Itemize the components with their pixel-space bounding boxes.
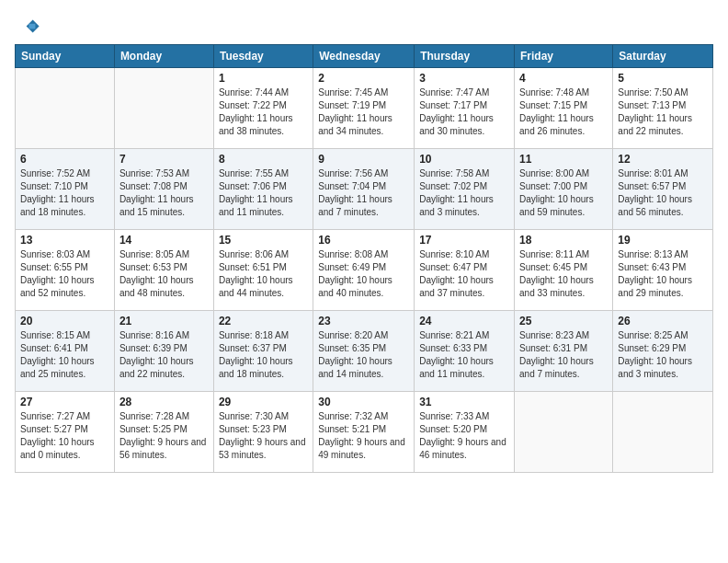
day-info: Sunrise: 8:16 AMSunset: 6:39 PMDaylight:… <box>119 329 209 381</box>
day-info: Sunrise: 7:32 AMSunset: 5:21 PMDaylight:… <box>318 410 409 462</box>
day-number: 14 <box>119 234 209 247</box>
logo-icon <box>15 15 40 40</box>
calendar-cell: 23Sunrise: 8:20 AMSunset: 6:35 PMDayligh… <box>313 311 415 392</box>
day-info: Sunrise: 8:11 AMSunset: 6:45 PMDaylight:… <box>519 248 608 300</box>
calendar-cell <box>613 392 713 473</box>
calendar-cell: 22Sunrise: 8:18 AMSunset: 6:37 PMDayligh… <box>213 311 313 392</box>
calendar-cell <box>16 68 115 149</box>
day-info: Sunrise: 8:15 AMSunset: 6:41 PMDaylight:… <box>20 329 109 381</box>
calendar-cell: 29Sunrise: 7:30 AMSunset: 5:23 PMDayligh… <box>213 392 313 473</box>
day-number: 26 <box>618 315 708 327</box>
day-number: 19 <box>618 234 708 247</box>
day-info: Sunrise: 7:47 AMSunset: 7:17 PMDaylight:… <box>419 86 509 138</box>
day-info: Sunrise: 8:10 AMSunset: 6:47 PMDaylight:… <box>419 248 509 300</box>
logo <box>15 15 44 40</box>
day-info: Sunrise: 7:30 AMSunset: 5:23 PMDaylight:… <box>219 410 308 462</box>
calendar-cell: 8Sunrise: 7:55 AMSunset: 7:06 PMDaylight… <box>213 149 313 230</box>
day-info: Sunrise: 7:27 AMSunset: 5:27 PMDaylight:… <box>20 410 109 462</box>
calendar-cell: 11Sunrise: 8:00 AMSunset: 7:00 PMDayligh… <box>515 149 613 230</box>
day-number: 21 <box>119 315 209 327</box>
day-number: 24 <box>419 315 509 327</box>
day-info: Sunrise: 8:20 AMSunset: 6:35 PMDaylight:… <box>318 329 409 381</box>
day-number: 20 <box>20 315 109 327</box>
calendar-week-row: 27Sunrise: 7:27 AMSunset: 5:27 PMDayligh… <box>16 392 713 473</box>
calendar-cell: 3Sunrise: 7:47 AMSunset: 7:17 PMDaylight… <box>415 68 515 149</box>
day-info: Sunrise: 8:01 AMSunset: 6:57 PMDaylight:… <box>618 167 708 219</box>
day-info: Sunrise: 8:23 AMSunset: 6:31 PMDaylight:… <box>519 329 608 381</box>
day-number: 3 <box>419 72 509 85</box>
day-number: 16 <box>318 234 409 247</box>
day-number: 22 <box>219 315 308 327</box>
day-info: Sunrise: 7:53 AMSunset: 7:08 PMDaylight:… <box>119 167 209 219</box>
page-container: SundayMondayTuesdayWednesdayThursdayFrid… <box>0 0 728 480</box>
calendar-cell: 18Sunrise: 8:11 AMSunset: 6:45 PMDayligh… <box>515 230 613 311</box>
day-number: 31 <box>419 396 509 408</box>
day-number: 28 <box>119 396 209 408</box>
col-header-monday: Monday <box>114 45 213 68</box>
day-number: 15 <box>219 234 308 247</box>
calendar-week-row: 1Sunrise: 7:44 AMSunset: 7:22 PMDaylight… <box>16 68 713 149</box>
day-info: Sunrise: 7:55 AMSunset: 7:06 PMDaylight:… <box>219 167 308 219</box>
calendar-cell: 1Sunrise: 7:44 AMSunset: 7:22 PMDaylight… <box>213 68 313 149</box>
calendar-cell: 28Sunrise: 7:28 AMSunset: 5:25 PMDayligh… <box>114 392 213 473</box>
calendar-header-row: SundayMondayTuesdayWednesdayThursdayFrid… <box>16 45 713 68</box>
day-info: Sunrise: 7:56 AMSunset: 7:04 PMDaylight:… <box>318 167 409 219</box>
day-info: Sunrise: 8:21 AMSunset: 6:33 PMDaylight:… <box>419 329 509 381</box>
col-header-tuesday: Tuesday <box>213 45 313 68</box>
day-number: 6 <box>20 153 109 166</box>
col-header-friday: Friday <box>515 45 613 68</box>
day-info: Sunrise: 8:25 AMSunset: 6:29 PMDaylight:… <box>618 329 708 381</box>
calendar-cell: 27Sunrise: 7:27 AMSunset: 5:27 PMDayligh… <box>16 392 115 473</box>
calendar-cell: 25Sunrise: 8:23 AMSunset: 6:31 PMDayligh… <box>515 311 613 392</box>
day-info: Sunrise: 8:18 AMSunset: 6:37 PMDaylight:… <box>219 329 308 381</box>
day-info: Sunrise: 8:03 AMSunset: 6:55 PMDaylight:… <box>20 248 109 300</box>
day-number: 23 <box>318 315 409 327</box>
calendar-cell <box>515 392 613 473</box>
day-info: Sunrise: 8:00 AMSunset: 7:00 PMDaylight:… <box>519 167 608 219</box>
day-info: Sunrise: 8:05 AMSunset: 6:53 PMDaylight:… <box>119 248 209 300</box>
calendar-cell: 26Sunrise: 8:25 AMSunset: 6:29 PMDayligh… <box>613 311 713 392</box>
day-number: 17 <box>419 234 509 247</box>
day-info: Sunrise: 7:50 AMSunset: 7:13 PMDaylight:… <box>618 86 708 138</box>
day-number: 2 <box>318 72 409 85</box>
day-number: 12 <box>618 153 708 166</box>
calendar-cell: 9Sunrise: 7:56 AMSunset: 7:04 PMDaylight… <box>313 149 415 230</box>
col-header-wednesday: Wednesday <box>313 45 415 68</box>
day-number: 5 <box>618 72 708 85</box>
day-number: 25 <box>519 315 608 327</box>
calendar-week-row: 13Sunrise: 8:03 AMSunset: 6:55 PMDayligh… <box>16 230 713 311</box>
calendar-week-row: 6Sunrise: 7:52 AMSunset: 7:10 PMDaylight… <box>16 149 713 230</box>
calendar-cell: 13Sunrise: 8:03 AMSunset: 6:55 PMDayligh… <box>16 230 115 311</box>
calendar-cell: 21Sunrise: 8:16 AMSunset: 6:39 PMDayligh… <box>114 311 213 392</box>
day-info: Sunrise: 7:58 AMSunset: 7:02 PMDaylight:… <box>419 167 509 219</box>
calendar-cell: 16Sunrise: 8:08 AMSunset: 6:49 PMDayligh… <box>313 230 415 311</box>
calendar-cell: 5Sunrise: 7:50 AMSunset: 7:13 PMDaylight… <box>613 68 713 149</box>
calendar-cell: 4Sunrise: 7:48 AMSunset: 7:15 PMDaylight… <box>515 68 613 149</box>
calendar-cell: 30Sunrise: 7:32 AMSunset: 5:21 PMDayligh… <box>313 392 415 473</box>
calendar-cell: 2Sunrise: 7:45 AMSunset: 7:19 PMDaylight… <box>313 68 415 149</box>
calendar-cell: 19Sunrise: 8:13 AMSunset: 6:43 PMDayligh… <box>613 230 713 311</box>
calendar-cell <box>114 68 213 149</box>
day-number: 30 <box>318 396 409 408</box>
day-number: 4 <box>519 72 608 85</box>
day-number: 11 <box>519 153 608 166</box>
day-number: 9 <box>318 153 409 166</box>
calendar-cell: 31Sunrise: 7:33 AMSunset: 5:20 PMDayligh… <box>415 392 515 473</box>
day-info: Sunrise: 7:52 AMSunset: 7:10 PMDaylight:… <box>20 167 109 219</box>
day-info: Sunrise: 7:33 AMSunset: 5:20 PMDaylight:… <box>419 410 509 462</box>
col-header-thursday: Thursday <box>415 45 515 68</box>
day-number: 18 <box>519 234 608 247</box>
calendar-cell: 15Sunrise: 8:06 AMSunset: 6:51 PMDayligh… <box>213 230 313 311</box>
col-header-sunday: Sunday <box>16 45 115 68</box>
day-number: 29 <box>219 396 308 408</box>
day-number: 13 <box>20 234 109 247</box>
calendar-table: SundayMondayTuesdayWednesdayThursdayFrid… <box>15 44 713 473</box>
day-info: Sunrise: 8:06 AMSunset: 6:51 PMDaylight:… <box>219 248 308 300</box>
calendar-cell: 24Sunrise: 8:21 AMSunset: 6:33 PMDayligh… <box>415 311 515 392</box>
day-number: 8 <box>219 153 308 166</box>
calendar-cell: 17Sunrise: 8:10 AMSunset: 6:47 PMDayligh… <box>415 230 515 311</box>
svg-marker-2 <box>28 24 35 29</box>
day-number: 27 <box>20 396 109 408</box>
day-info: Sunrise: 8:13 AMSunset: 6:43 PMDaylight:… <box>618 248 708 300</box>
day-info: Sunrise: 7:28 AMSunset: 5:25 PMDaylight:… <box>119 410 209 462</box>
